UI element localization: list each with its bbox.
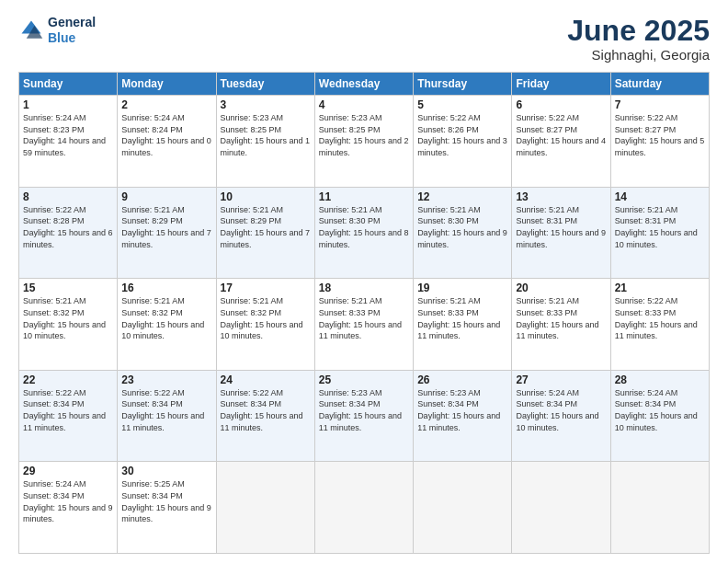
table-cell: 16 Sunrise: 5:21 AM Sunset: 8:32 PM Dayl…	[118, 279, 216, 371]
day-number: 28	[615, 373, 705, 386]
day-number: 25	[319, 373, 409, 386]
table-cell: 30 Sunrise: 5:25 AM Sunset: 8:34 PM Dayl…	[118, 462, 216, 554]
calendar-row: 29 Sunrise: 5:24 AM Sunset: 8:34 PM Dayl…	[19, 462, 710, 554]
day-number: 24	[221, 373, 311, 386]
table-cell: 10 Sunrise: 5:21 AM Sunset: 8:29 PM Dayl…	[216, 187, 314, 279]
day-number: 21	[615, 282, 705, 294]
table-cell: 24 Sunrise: 5:22 AM Sunset: 8:34 PM Dayl…	[216, 370, 314, 462]
table-cell: 26 Sunrise: 5:23 AM Sunset: 8:34 PM Dayl…	[414, 370, 512, 462]
day-number: 17	[221, 282, 311, 294]
table-cell: 18 Sunrise: 5:21 AM Sunset: 8:33 PM Dayl…	[314, 279, 413, 371]
day-info: Sunrise: 5:22 AM Sunset: 8:27 PM Dayligh…	[615, 112, 705, 158]
day-info: Sunrise: 5:21 AM Sunset: 8:29 PM Dayligh…	[221, 204, 311, 250]
day-info: Sunrise: 5:22 AM Sunset: 8:27 PM Dayligh…	[516, 112, 606, 158]
table-cell: 23 Sunrise: 5:22 AM Sunset: 8:34 PM Dayl…	[118, 370, 216, 462]
day-number: 29	[23, 465, 113, 477]
day-info: Sunrise: 5:21 AM Sunset: 8:32 PM Dayligh…	[23, 295, 113, 341]
day-info: Sunrise: 5:21 AM Sunset: 8:30 PM Dayligh…	[319, 204, 409, 250]
header-row: Sunday Monday Tuesday Wednesday Thursday…	[19, 73, 710, 96]
table-cell: 5 Sunrise: 5:22 AM Sunset: 8:26 PM Dayli…	[414, 96, 512, 188]
day-info: Sunrise: 5:23 AM Sunset: 8:34 PM Dayligh…	[319, 387, 409, 433]
day-number: 14	[615, 190, 705, 203]
day-info: Sunrise: 5:21 AM Sunset: 8:30 PM Dayligh…	[417, 204, 507, 250]
table-cell: 14 Sunrise: 5:21 AM Sunset: 8:31 PM Dayl…	[610, 187, 709, 279]
calendar-row: 8 Sunrise: 5:22 AM Sunset: 8:28 PM Dayli…	[19, 187, 710, 279]
table-cell: 9 Sunrise: 5:21 AM Sunset: 8:29 PM Dayli…	[118, 187, 216, 279]
day-number: 13	[516, 190, 606, 203]
header-monday: Monday	[118, 73, 216, 96]
table-cell	[216, 462, 314, 554]
table-cell	[314, 462, 413, 554]
day-info: Sunrise: 5:24 AM Sunset: 8:34 PM Dayligh…	[23, 478, 113, 524]
calendar-row: 15 Sunrise: 5:21 AM Sunset: 8:32 PM Dayl…	[19, 279, 710, 371]
day-info: Sunrise: 5:24 AM Sunset: 8:34 PM Dayligh…	[516, 387, 606, 433]
day-number: 15	[23, 282, 113, 294]
day-info: Sunrise: 5:23 AM Sunset: 8:34 PM Dayligh…	[417, 387, 507, 433]
day-info: Sunrise: 5:21 AM Sunset: 8:32 PM Dayligh…	[221, 295, 311, 341]
day-number: 23	[121, 373, 211, 386]
day-number: 16	[121, 282, 211, 294]
table-cell: 8 Sunrise: 5:22 AM Sunset: 8:28 PM Dayli…	[19, 187, 118, 279]
day-info: Sunrise: 5:22 AM Sunset: 8:34 PM Dayligh…	[23, 387, 113, 433]
table-cell: 25 Sunrise: 5:23 AM Sunset: 8:34 PM Dayl…	[314, 370, 413, 462]
day-number: 30	[121, 465, 211, 477]
table-cell: 15 Sunrise: 5:21 AM Sunset: 8:32 PM Dayl…	[19, 279, 118, 371]
table-cell	[610, 462, 709, 554]
calendar-row: 1 Sunrise: 5:24 AM Sunset: 8:23 PM Dayli…	[19, 96, 710, 188]
day-number: 3	[221, 98, 311, 111]
day-info: Sunrise: 5:22 AM Sunset: 8:33 PM Dayligh…	[615, 295, 705, 341]
day-info: Sunrise: 5:21 AM Sunset: 8:29 PM Dayligh…	[121, 204, 211, 250]
day-number: 7	[615, 98, 705, 111]
day-info: Sunrise: 5:21 AM Sunset: 8:33 PM Dayligh…	[516, 295, 606, 341]
table-cell: 19 Sunrise: 5:21 AM Sunset: 8:33 PM Dayl…	[414, 279, 512, 371]
table-cell	[512, 462, 610, 554]
table-cell	[414, 462, 512, 554]
table-cell: 27 Sunrise: 5:24 AM Sunset: 8:34 PM Dayl…	[512, 370, 610, 462]
day-number: 10	[221, 190, 311, 203]
table-cell: 29 Sunrise: 5:24 AM Sunset: 8:34 PM Dayl…	[19, 462, 118, 554]
table-cell: 20 Sunrise: 5:21 AM Sunset: 8:33 PM Dayl…	[512, 279, 610, 371]
day-number: 4	[319, 98, 409, 111]
day-number: 2	[121, 98, 211, 111]
day-info: Sunrise: 5:24 AM Sunset: 8:24 PM Dayligh…	[121, 112, 211, 158]
day-number: 27	[516, 373, 606, 386]
table-cell: 7 Sunrise: 5:22 AM Sunset: 8:27 PM Dayli…	[610, 96, 709, 188]
header-wednesday: Wednesday	[314, 73, 413, 96]
day-number: 8	[23, 190, 113, 203]
day-info: Sunrise: 5:23 AM Sunset: 8:25 PM Dayligh…	[221, 112, 311, 158]
day-info: Sunrise: 5:22 AM Sunset: 8:26 PM Dayligh…	[417, 112, 507, 158]
day-number: 18	[319, 282, 409, 294]
day-info: Sunrise: 5:22 AM Sunset: 8:28 PM Dayligh…	[23, 204, 113, 250]
logo-line2: Blue	[48, 30, 96, 46]
header-saturday: Saturday	[610, 73, 709, 96]
day-info: Sunrise: 5:21 AM Sunset: 8:32 PM Dayligh…	[121, 295, 211, 341]
header-sunday: Sunday	[19, 73, 118, 96]
logo-text: General Blue	[48, 15, 96, 46]
day-info: Sunrise: 5:22 AM Sunset: 8:34 PM Dayligh…	[121, 387, 211, 433]
table-cell: 1 Sunrise: 5:24 AM Sunset: 8:23 PM Dayli…	[19, 96, 118, 188]
page: General Blue June 2025 Sighnaghi, Georgi…	[0, 0, 728, 563]
day-number: 6	[516, 98, 606, 111]
day-number: 19	[417, 282, 507, 294]
top-section: General Blue June 2025 Sighnaghi, Georgi…	[18, 15, 710, 63]
table-cell: 28 Sunrise: 5:24 AM Sunset: 8:34 PM Dayl…	[610, 370, 709, 462]
calendar-row: 22 Sunrise: 5:22 AM Sunset: 8:34 PM Dayl…	[19, 370, 710, 462]
day-number: 1	[23, 98, 113, 111]
table-cell: 12 Sunrise: 5:21 AM Sunset: 8:30 PM Dayl…	[414, 187, 512, 279]
day-number: 11	[319, 190, 409, 203]
table-cell: 4 Sunrise: 5:23 AM Sunset: 8:25 PM Dayli…	[314, 96, 413, 188]
calendar: Sunday Monday Tuesday Wednesday Thursday…	[18, 72, 710, 554]
header-thursday: Thursday	[414, 73, 512, 96]
location-title: Sighnaghi, Georgia	[567, 47, 710, 63]
day-info: Sunrise: 5:22 AM Sunset: 8:34 PM Dayligh…	[221, 387, 311, 433]
day-info: Sunrise: 5:21 AM Sunset: 8:31 PM Dayligh…	[615, 204, 705, 250]
month-title: June 2025	[567, 15, 710, 47]
header-tuesday: Tuesday	[216, 73, 314, 96]
table-cell: 6 Sunrise: 5:22 AM Sunset: 8:27 PM Dayli…	[512, 96, 610, 188]
day-info: Sunrise: 5:21 AM Sunset: 8:31 PM Dayligh…	[516, 204, 606, 250]
table-cell: 21 Sunrise: 5:22 AM Sunset: 8:33 PM Dayl…	[610, 279, 709, 371]
table-cell: 11 Sunrise: 5:21 AM Sunset: 8:30 PM Dayl…	[314, 187, 413, 279]
header-friday: Friday	[512, 73, 610, 96]
table-cell: 17 Sunrise: 5:21 AM Sunset: 8:32 PM Dayl…	[216, 279, 314, 371]
day-number: 20	[516, 282, 606, 294]
